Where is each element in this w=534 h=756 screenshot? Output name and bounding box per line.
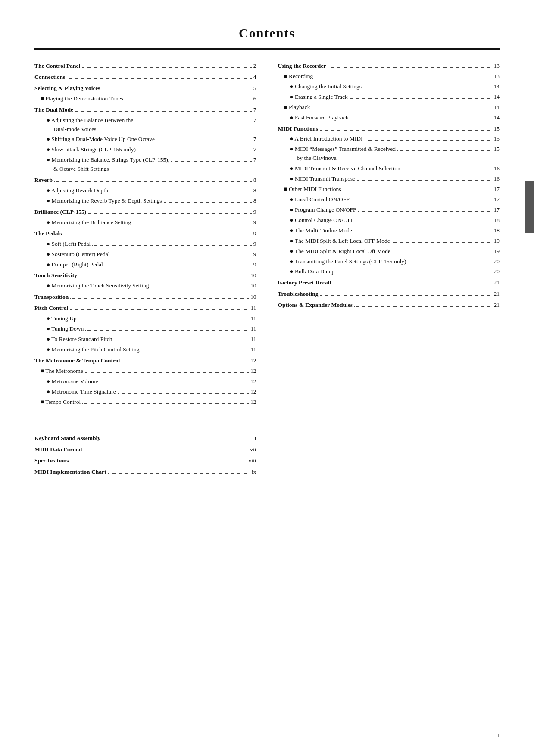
toc-dots: [357, 180, 492, 181]
toc-page: viii: [248, 456, 256, 465]
toc-page: 20: [494, 267, 500, 276]
toc-label: ● Sostenuto (Center) Pedal: [47, 250, 110, 259]
toc-entry: Options & Expander Modules21: [278, 301, 500, 310]
toc-dots: [70, 309, 249, 310]
toc-entry: Reverb8: [34, 176, 256, 185]
toc-entry: MIDI Implementation Chartix: [34, 468, 256, 477]
toc-label: ● Slow-attack Strings (CLP-155 only): [47, 145, 136, 154]
toc-page: 11: [251, 314, 256, 323]
toc-entry: ● MIDI “Messages” Transmitted & Received…: [278, 145, 500, 163]
toc-label: ● Changing the Initial Settings: [290, 82, 362, 91]
toc-page: 15: [494, 125, 500, 134]
toc-page: 17: [494, 195, 500, 204]
toc-page: 13: [494, 62, 500, 71]
toc-label: ● Memorizing the Balance, Strings Type (…: [47, 156, 169, 165]
toc-label: ● Program Change ON/OFF: [290, 206, 356, 215]
toc-label: The Metronome & Tempo Control: [34, 356, 120, 366]
toc-page: i: [255, 434, 256, 443]
toc-label: Brilliance (CLP-155): [34, 208, 86, 217]
toc-page: 11: [251, 335, 256, 344]
toc-dots: [312, 109, 492, 109]
toc-dots: [365, 140, 492, 141]
toc-page: 6: [253, 94, 256, 103]
toc-dots: [408, 263, 492, 263]
toc-label: ● Control Change ON/OFF: [290, 216, 354, 225]
toc-label: ■ Recording: [284, 72, 313, 81]
toc-dots: [135, 122, 252, 122]
toc-page: 8: [253, 197, 256, 206]
toc-entry: ● Memorizing the Brilliance Setting9: [34, 218, 256, 227]
toc-entry: Brilliance (CLP-155)9: [34, 208, 256, 217]
toc-label: The Pedals: [34, 229, 62, 238]
toc-label: ■ Tempo Control: [41, 398, 81, 407]
toc-label: ● The Multi-Timbre Mode: [290, 226, 352, 235]
toc-dots: [85, 330, 249, 331]
toc-entry: Transposition10: [34, 293, 256, 302]
toc-page: 11: [251, 304, 256, 313]
toc-label: Touch Sensitivity: [34, 271, 77, 280]
toc-label: ● Shifting a Dual-Mode Voice Up One Octa…: [47, 135, 155, 144]
toc-dots: [137, 151, 252, 151]
toc-entry: ● Metronome Time Signature12: [34, 387, 256, 397]
toc-entry: ■ Playing the Demonstration Tunes6: [34, 94, 256, 103]
toc-dots: [125, 100, 252, 100]
toc-label: ● Memorizing the Brilliance Setting: [47, 218, 131, 227]
toc-entry: ● Shifting a Dual-Mode Voice Up One Octa…: [34, 135, 256, 144]
toc-page: 10: [250, 281, 256, 291]
toc-dots: [333, 284, 492, 284]
toc-dots: [100, 383, 249, 383]
toc-label: MIDI Functions: [278, 125, 318, 134]
toc-dots: [78, 320, 249, 320]
toc-page: 10: [250, 271, 256, 280]
toc-entry: ● Tuning Up11: [34, 314, 256, 323]
toc-dots: [315, 78, 492, 78]
toc-entry: ● Slow-attack Strings (CLP-155 only)7: [34, 145, 256, 154]
toc-entry: ● Metronome Volume12: [34, 377, 256, 386]
toc-label: ● MIDI Transmit & Receive Channel Select…: [290, 164, 400, 173]
toc-page: 15: [494, 145, 500, 154]
toc-entry: Selecting & Playing Voices5: [34, 84, 256, 93]
toc-page: ix: [252, 468, 256, 477]
toc-dots: [392, 253, 492, 253]
toc-label: Pitch Control: [34, 304, 68, 313]
toc-label: The Dual Mode: [34, 106, 73, 115]
toc-page: 8: [253, 176, 256, 185]
toc-label: ● Adjusting the Balance Between the: [47, 116, 133, 125]
toc-dots: [102, 440, 253, 440]
toc-page: 21: [494, 301, 500, 310]
toc-page: 14: [494, 82, 500, 91]
toc-dots: [336, 273, 492, 273]
toc-dots: [350, 119, 492, 119]
toc-entry: ● Adjusting Reverb Depth8: [34, 186, 256, 195]
toc-page: 13: [494, 72, 500, 81]
toc-page: 9: [253, 240, 256, 249]
toc-entry: ● Damper (Right) Pedal9: [34, 260, 256, 269]
toc-label: Options & Expander Modules: [278, 301, 353, 310]
toc-entry: ● Memorizing the Reverb Type & Depth Set…: [34, 197, 256, 206]
toc-dots: [350, 98, 492, 99]
toc-dots: [354, 232, 492, 232]
title-rule: [34, 48, 500, 50]
toc-dots: [363, 88, 492, 88]
toc-label: ● Bulk Data Dump: [290, 267, 335, 276]
toc-entry: The Metronome & Tempo Control12: [34, 356, 256, 366]
toc-dots: [354, 306, 492, 307]
tab-marker: [525, 181, 534, 233]
toc-page: 7: [253, 106, 256, 115]
toc-page: 19: [494, 247, 500, 256]
toc-dots: [70, 298, 249, 299]
toc-label: Transposition: [34, 293, 69, 302]
toc-entry: ● Changing the Initial Settings14: [278, 82, 500, 91]
toc-label: ● Local Control ON/OFF: [290, 195, 350, 204]
toc-dots: [351, 201, 492, 201]
toc-label: ● Memorizing the Pitch Control Setting: [47, 345, 140, 354]
toc-page: 12: [250, 387, 256, 397]
toc-page: 17: [494, 206, 500, 215]
page-title-section: Contents: [34, 26, 500, 41]
toc-entry: The Pedals9: [34, 229, 256, 238]
toc-entry: ● Tuning Down11: [34, 325, 256, 334]
toc-dots: [118, 393, 249, 394]
toc-dots: [82, 403, 249, 404]
toc-dots: [114, 341, 249, 341]
toc-label: MIDI Implementation Chart: [34, 468, 106, 477]
